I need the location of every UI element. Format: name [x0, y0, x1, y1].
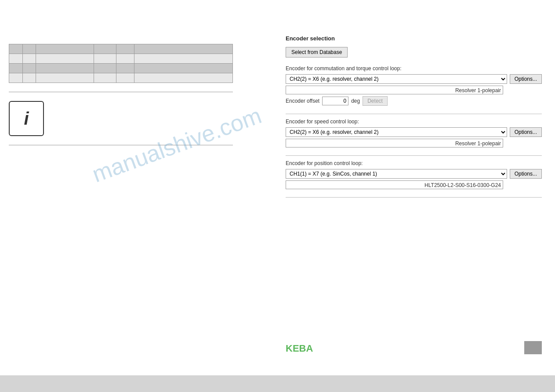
deg-label: deg — [351, 98, 360, 104]
table-row — [9, 54, 233, 64]
right-panel: Encoder selection Select from Database E… — [272, 0, 555, 375]
table-row — [9, 44, 233, 54]
table-cell — [9, 64, 23, 73]
position-options-button[interactable]: Options... — [510, 169, 542, 179]
footer-right-button[interactable] — [524, 341, 542, 354]
table-cell — [134, 64, 233, 73]
keba-logo: K E B A — [286, 343, 313, 354]
speed-info-row: Resolver 1-polepair — [286, 139, 542, 147]
table-cell — [9, 44, 23, 54]
table-cell — [22, 73, 36, 83]
commutation-info-row: Resolver 1-polepair — [286, 86, 542, 94]
keba-logo-b: B — [299, 343, 306, 354]
section-divider-1 — [286, 114, 542, 114]
table-row — [9, 73, 233, 83]
speed-encoder-group: Encoder for speed control loop: CH2(2) =… — [286, 119, 542, 147]
table-cell — [22, 64, 36, 73]
info-box: i — [9, 101, 44, 136]
table-area — [9, 44, 233, 83]
encoder-selection-title: Encoder selection — [286, 35, 542, 42]
speed-encoder-select[interactable]: CH2(2) = X6 (e.g. resolver, channel 2) — [286, 127, 507, 137]
commutation-encoder-select[interactable]: CH2(2) = X6 (e.g. resolver, channel 2) — [286, 74, 507, 84]
speed-encoder-label: Encoder for speed control loop: — [286, 119, 542, 125]
table-cell — [36, 73, 94, 83]
speed-encoder-row: CH2(2) = X6 (e.g. resolver, channel 2) O… — [286, 127, 542, 137]
table-cell — [22, 44, 36, 54]
table-cell — [9, 54, 23, 64]
position-encoder-group: Encoder for position control loop: CH1(1… — [286, 160, 542, 189]
position-info-field: HLT2500-L2-S00-S16-0300-G24 — [286, 180, 503, 189]
table-cell — [94, 73, 116, 83]
table-cell — [116, 73, 134, 83]
divider-1 — [9, 92, 233, 92]
keba-logo-area: K E B A — [286, 343, 313, 354]
commutation-encoder-label: Encoder for commutation and torque contr… — [286, 65, 542, 72]
table-cell — [94, 64, 116, 73]
commutation-info-field: Resolver 1-polepair — [286, 86, 503, 94]
table-cell — [116, 64, 134, 73]
keba-logo-k: K — [286, 343, 293, 354]
commutation-encoder-group: Encoder for commutation and torque contr… — [286, 65, 542, 106]
speed-info-field: Resolver 1-polepair — [286, 139, 503, 147]
detect-button[interactable]: Detect — [363, 96, 388, 106]
table-cell — [116, 54, 134, 64]
table-cell — [94, 54, 116, 64]
position-encoder-label: Encoder for position control loop: — [286, 160, 542, 166]
table-cell — [134, 54, 233, 64]
keba-logo-e: E — [293, 343, 299, 354]
commutation-offset-row: Encoder offset deg Detect — [286, 96, 542, 106]
table-cell — [134, 44, 233, 54]
table-cell — [134, 73, 233, 83]
section-divider-3 — [286, 197, 542, 198]
left-panel: i manualshive.com — [0, 0, 272, 375]
table-cell — [94, 44, 116, 54]
table-cell — [116, 44, 134, 54]
keba-logo-a: A — [306, 343, 313, 354]
table-cell — [22, 54, 36, 64]
table-cell — [36, 64, 94, 73]
data-table — [9, 44, 233, 83]
encoder-offset-input[interactable] — [322, 97, 348, 105]
position-encoder-select[interactable]: CH1(1) = X7 (e.g. SinCos, channel 1) — [286, 169, 507, 179]
info-icon: i — [24, 109, 29, 129]
select-from-database-button[interactable]: Select from Database — [286, 47, 348, 58]
commutation-encoder-row: CH2(2) = X6 (e.g. resolver, channel 2) O… — [286, 74, 542, 84]
table-cell — [36, 54, 94, 64]
encoder-offset-label: Encoder offset — [286, 98, 319, 104]
table-cell — [9, 73, 23, 83]
commutation-options-button[interactable]: Options... — [510, 74, 542, 84]
divider-2 — [9, 145, 233, 145]
bottom-bar — [0, 375, 555, 392]
table-cell — [36, 44, 94, 54]
section-divider-2 — [286, 155, 542, 156]
position-info-row: HLT2500-L2-S00-S16-0300-G24 — [286, 180, 542, 189]
position-encoder-row: CH1(1) = X7 (e.g. SinCos, channel 1) Opt… — [286, 169, 542, 179]
table-row — [9, 64, 233, 73]
speed-options-button[interactable]: Options... — [510, 127, 542, 137]
